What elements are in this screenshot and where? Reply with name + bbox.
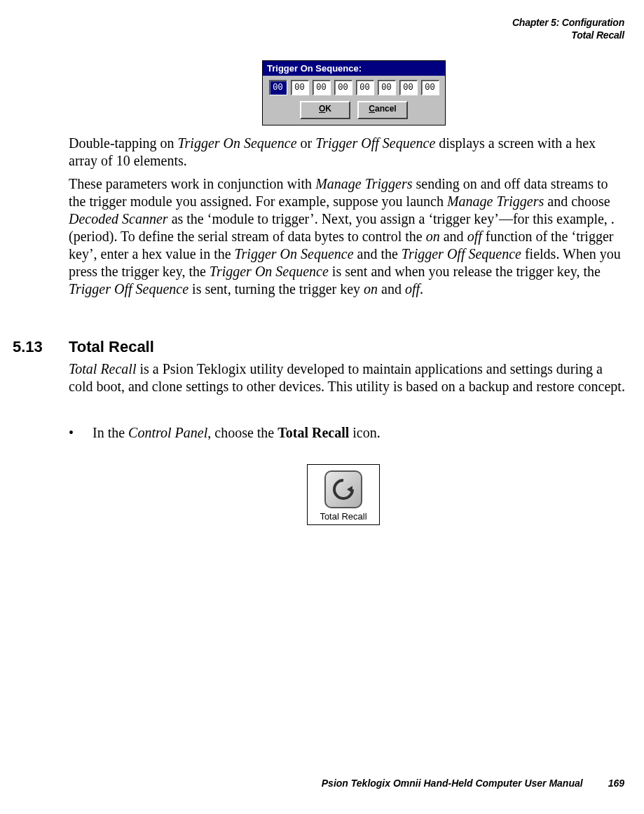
icon-label: Total Recall [310, 511, 376, 522]
hex-cell[interactable]: 00 [356, 80, 374, 95]
cancel-button[interactable]: Cancel [357, 101, 408, 119]
header-section: Total Recall [512, 29, 624, 42]
dialog-title: Trigger On Sequence: [263, 61, 445, 76]
hex-cell[interactable]: 00 [269, 80, 287, 95]
paragraph: These parameters work in conjunction wit… [69, 175, 625, 304]
bullet-item: • In the Control Panel, choose the Total… [69, 421, 625, 441]
section-number: 5.13 [13, 338, 69, 356]
hex-cell[interactable]: 00 [291, 80, 309, 95]
total-recall-icon[interactable]: Total Recall [307, 464, 380, 525]
bullet-dot: • [69, 425, 93, 441]
page-header: Chapter 5: Configuration Total Recall [512, 17, 624, 41]
hex-cell[interactable]: 00 [334, 80, 352, 95]
hex-cell[interactable]: 00 [399, 80, 418, 95]
header-chapter: Chapter 5: Configuration [512, 17, 624, 29]
hex-cell[interactable]: 00 [421, 80, 439, 95]
page-footer: Psion Teklogix Omnii Hand-Held Computer … [322, 778, 624, 789]
paragraph: Total Recall is a Psion Teklogix utility… [69, 360, 625, 401]
dialog-body: 00 00 00 00 00 00 00 00 OK Cancel [263, 76, 445, 125]
hex-cell[interactable]: 00 [313, 80, 331, 95]
paragraph: Double-tapping on Trigger On Sequence or… [69, 135, 625, 175]
refresh-icon [324, 470, 362, 508]
page-number: 169 [608, 778, 624, 789]
section-heading: 5.13Total Recall [13, 338, 154, 356]
hex-array: 00 00 00 00 00 00 00 00 [267, 80, 441, 95]
ok-button[interactable]: OK [300, 101, 350, 119]
svg-marker-0 [347, 486, 352, 493]
section-title: Total Recall [69, 338, 154, 355]
footer-text: Psion Teklogix Omnii Hand-Held Computer … [322, 778, 583, 789]
trigger-sequence-dialog: Trigger On Sequence: 00 00 00 00 00 00 0… [262, 60, 446, 126]
hex-cell[interactable]: 00 [378, 80, 396, 95]
